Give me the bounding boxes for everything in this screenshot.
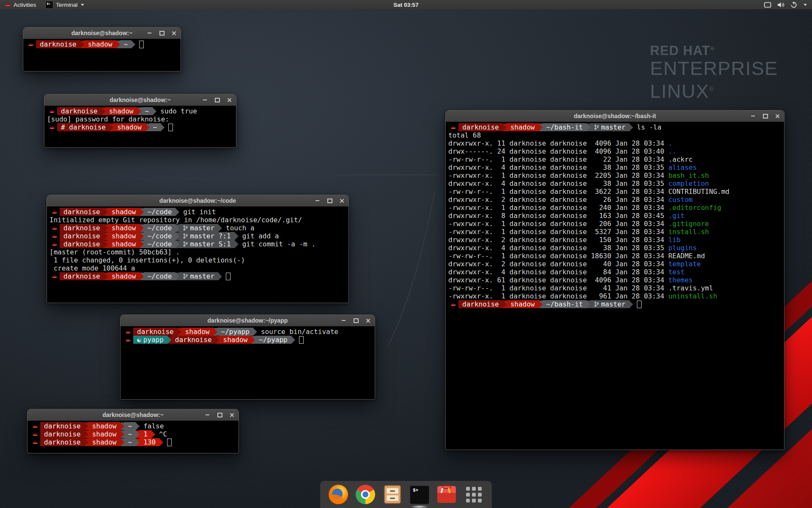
segment-arrow [167, 336, 171, 344]
watermark-line2: ENTERPRISE [650, 58, 778, 79]
maximize-button[interactable] [159, 30, 165, 36]
prompt-git-segment: master [590, 300, 629, 308]
segment-arrow [629, 301, 633, 308]
prompt-host-segment: shadow [507, 123, 539, 131]
chrome-icon[interactable] [356, 485, 375, 504]
close-button[interactable] [171, 30, 177, 36]
maximize-button[interactable] [217, 412, 222, 418]
prompt-line: darknoise shadow ~/pyapp source bin/acti… [123, 328, 374, 336]
ls-meta: -rw-rw-r--. 1 darknoise darknoise 18630 … [448, 252, 668, 260]
maximize-button[interactable] [327, 198, 332, 204]
close-button[interactable] [227, 97, 232, 103]
git-branch-icon [183, 273, 188, 279]
minimize-button[interactable] [341, 318, 346, 323]
ls-row: drwxrwxr-x. 4 darknoise darknoise 38 Jan… [448, 244, 784, 252]
toolbox-icon[interactable] [437, 485, 456, 504]
prompt-user-segment: darknoise [40, 430, 85, 438]
ls-meta: -rwxrwxr-x. 1 darknoise darknoise 206 Ja… [448, 220, 668, 228]
segment-arrow [214, 328, 217, 336]
minimize-button[interactable] [315, 198, 320, 204]
window-title: darknoise@shadow:~/code [159, 197, 236, 204]
close-button[interactable] [775, 113, 780, 119]
activities-button[interactable]: Activities [0, 0, 41, 9]
ls-row: drwxrwxr-x. 4 darknoise darknoise 38 Jan… [448, 179, 784, 188]
titlebar[interactable]: darknoise@shadow:~/pyapp [121, 315, 375, 326]
prompt-user-segment: darknoise [36, 40, 80, 48]
terminal-window-1: darknoise@shadow:~ darknoise shadow ~ [23, 27, 181, 72]
segment-arrow [140, 224, 144, 232]
segment-arrow [104, 224, 108, 232]
prompt-user-segment: darknoise [171, 336, 216, 344]
terminal-output: [sudo] password for darknoise: [47, 115, 236, 123]
prompt-line: darknoise shadow ~/code master ?:1 git a… [49, 232, 348, 240]
minimize-button[interactable] [147, 30, 152, 36]
power-icon[interactable] [790, 1, 797, 8]
titlebar[interactable]: darknoise@shadow:~ [23, 28, 181, 39]
segment-arrow [159, 439, 163, 446]
prompt-user-segment: darknoise [40, 438, 85, 446]
ls-row: -rwxrwxr-x. 1 darknoise darknoise 240 Ja… [448, 204, 784, 212]
ls-row: drwxrwxr-x. 4 darknoise darknoise 84 Jan… [448, 268, 784, 276]
terminal-content[interactable]: darknoise shadow ~ [24, 39, 180, 71]
prompt-host-segment: shadow [88, 422, 121, 430]
system-status-area [764, 0, 812, 9]
display-icon[interactable] [764, 2, 771, 8]
app-menu[interactable]: $> Terminal [41, 0, 89, 9]
ls-name: .git [668, 212, 685, 220]
redhat-icon [30, 430, 40, 438]
close-button[interactable] [229, 412, 235, 418]
prompt-line: ☯pyapp darknoise shadow ~/pyapp [123, 336, 374, 344]
ls-meta: drwxrwxr-x. 4 darknoise darknoise 38 Jan… [448, 163, 668, 171]
ls-meta: -rw-rw-r--. 1 darknoise darknoise 3622 J… [448, 188, 668, 196]
redhat-icon [49, 272, 60, 280]
command-text: touch a [222, 224, 254, 232]
prompt-path-segment: ~/pyapp [255, 336, 291, 344]
segment-arrow [539, 301, 543, 308]
prompt-venv-segment: ☯pyapp [133, 336, 167, 344]
ls-row: drwxrwxr-x. 2 darknoise darknoise 26 Jan… [448, 196, 784, 204]
prompt-path-segment: ~ [124, 438, 136, 446]
show-applications-icon[interactable] [464, 485, 483, 504]
files-icon[interactable] [383, 485, 402, 504]
minimize-button[interactable] [202, 97, 208, 103]
ls-meta: -rw-rw-r--. 1 darknoise darknoise 41 Jan… [448, 284, 668, 292]
maximize-button[interactable] [763, 113, 768, 119]
cursor [226, 273, 230, 280]
ls-meta: -rwxrwxr-x. 1 darknoise darknoise 961 Ja… [448, 292, 668, 300]
redhat-icon [30, 422, 40, 430]
top-bar: Activities $> Terminal Sat 03:57 [0, 0, 812, 9]
titlebar[interactable]: darknoise@shadow:~/code [47, 195, 348, 207]
firefox-icon[interactable] [329, 485, 348, 504]
chevron-down-icon[interactable] [804, 4, 807, 6]
ls-meta: drwxrwxr-x. 11 darknoise darknoise 4096 … [448, 139, 668, 147]
terminal-icon[interactable]: $> [410, 485, 429, 504]
minimize-button[interactable] [750, 113, 756, 119]
git-branch-icon [594, 301, 599, 307]
terminal-content[interactable]: darknoise shadow ~ sudo true [sudo] pass… [45, 106, 236, 147]
titlebar[interactable]: darknoise@shadow:~ [27, 409, 239, 421]
terminal-content[interactable]: darknoise shadow ~/bash-it master ls -la… [446, 122, 784, 449]
minimize-button[interactable] [205, 412, 210, 418]
terminal-content[interactable]: darknoise shadow ~/pyapp source bin/acti… [121, 326, 374, 399]
close-button[interactable] [339, 198, 345, 204]
maximize-button[interactable] [353, 318, 359, 323]
terminal-content[interactable]: darknoise shadow ~/code git init Initial… [47, 207, 348, 302]
segment-arrow [587, 301, 590, 308]
redhat-icon [49, 232, 60, 240]
segment-arrow [121, 439, 124, 446]
clock[interactable]: Sat 03:57 [393, 2, 418, 8]
ls-name: .travis.yml [668, 284, 713, 292]
prompt-path-segment: ~/bash-it [543, 123, 587, 131]
segment-arrow [145, 124, 149, 131]
prompt-user-segment: darknoise [60, 272, 104, 280]
activities-label: Activities [14, 2, 36, 8]
ls-row: drwxrwxr-x. 8 darknoise darknoise 163 Ja… [448, 212, 784, 220]
terminal-content[interactable]: darknoise shadow ~ false darknoise shado… [28, 421, 238, 453]
maximize-button[interactable] [214, 97, 220, 103]
volume-icon[interactable] [777, 2, 785, 8]
command-text: ^C [155, 430, 167, 438]
close-button[interactable] [365, 318, 371, 323]
titlebar[interactable]: darknoise@shadow:~/bash-it [446, 110, 784, 122]
titlebar[interactable]: darknoise@shadow:~ [44, 94, 236, 106]
segment-arrow [235, 232, 239, 240]
